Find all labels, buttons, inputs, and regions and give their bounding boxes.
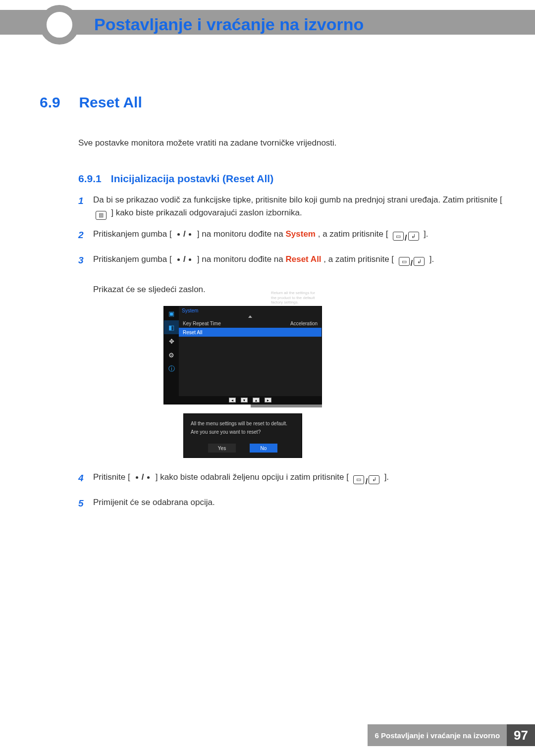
steps-list-cont: 4 Pritisnite [ / ] kako biste odabrali ž…	[78, 471, 505, 510]
step-2: 2 Pritiskanjem gumba [ / ] na monitoru d…	[78, 228, 505, 245]
section-heading: 6.9 Reset All	[40, 94, 505, 111]
dot-icon	[189, 233, 191, 236]
osd-sidebar: ▣ ◧ ✥ ⚙ ⓘ	[164, 306, 179, 404]
dot-icon	[189, 258, 191, 261]
dialog-yes-button: Yes	[208, 444, 236, 453]
footer-chapter-label: 6 Postavljanje i vraćanje na izvorno	[368, 724, 507, 746]
subsection-number: 6.9.1	[78, 173, 108, 185]
gear-icon: ⚙	[164, 348, 179, 362]
osd-nav: ◄ ▼ ▲ ►	[179, 396, 321, 404]
step-3: 3 Pritiskanjem gumba [ / ] na monitoru d…	[78, 253, 505, 297]
step-number: 4	[78, 471, 93, 488]
pip-icon: ◧	[164, 320, 179, 334]
menu-icon: ▥	[96, 211, 107, 220]
nav-up-icon: ▲	[253, 398, 260, 403]
section-intro: Sve postavke monitora možete vratiti na …	[78, 138, 505, 148]
confirm-icon: ▭/↲	[353, 475, 379, 488]
subsection-heading: 6.9.1 Inicijalizacija postavki (Reset Al…	[78, 173, 505, 185]
keyword-reset-all: Reset All	[285, 254, 321, 264]
display-icon: ▣	[164, 306, 179, 320]
step-5: 5 Primijenit će se odabrana opcija.	[78, 496, 505, 510]
step-number: 5	[78, 496, 93, 510]
position-icon: ✥	[164, 334, 179, 348]
osd-progress-bar	[163, 404, 322, 407]
dot-icon	[136, 476, 138, 479]
subsection-title: Inicijalizacija postavki (Reset All)	[111, 173, 273, 184]
osd-scroll-up	[179, 314, 321, 319]
confirm-icon: ▭/↲	[393, 232, 419, 245]
chapter-badge	[40, 5, 79, 45]
manual-page: Postavljanje i vraćanje na izvorno 6.9 R…	[0, 0, 535, 756]
dot-icon	[177, 233, 180, 236]
confirm-dialog: All the menu settings will be reset to d…	[183, 413, 302, 458]
dialog-line1: All the menu settings will be reset to d…	[191, 421, 295, 426]
step-number: 3	[78, 253, 93, 297]
chapter-title: Postavljanje i vraćanje na izvorno	[94, 15, 364, 34]
step-number: 1	[78, 194, 93, 220]
osd-row-reset-all: Reset All	[179, 328, 321, 337]
dialog-line2: Are you sure you want to reset?	[191, 429, 295, 435]
step-number: 2	[78, 228, 93, 245]
osd-row-key-repeat: Key Repeat Time Acceleration	[179, 319, 321, 328]
dialog-no-button: No	[250, 444, 277, 453]
osd-help-text: Return all the settings for the product …	[271, 291, 320, 305]
nav-down-icon: ▼	[241, 398, 248, 403]
nav-left-icon: ◄	[229, 398, 236, 403]
content: 6.9 Reset All Sve postavke monitora može…	[40, 94, 505, 519]
osd-screenshot: ▣ ◧ ✥ ⚙ ⓘ Return all the settings for th…	[163, 306, 322, 407]
info-icon: ⓘ	[164, 362, 179, 376]
keyword-system: System	[285, 229, 315, 239]
dot-icon	[147, 476, 150, 479]
nav-right-icon: ►	[265, 398, 271, 403]
section-number: 6.9	[40, 94, 77, 111]
step-1: 1 Da bi se prikazao vodič za funkcijske …	[78, 194, 505, 220]
page-footer: 6 Postavljanje i vraćanje na izvorno 97	[368, 724, 535, 746]
section-title: Reset All	[79, 94, 142, 111]
steps-list: 1 Da bi se prikazao vodič za funkcijske …	[78, 194, 505, 296]
step-4: 4 Pritisnite [ / ] kako biste odabrali ž…	[78, 471, 505, 488]
osd-title: System	[179, 306, 321, 314]
dot-icon	[177, 258, 180, 261]
confirm-icon: ▭/↲	[399, 257, 425, 270]
footer-page-number: 97	[507, 724, 535, 746]
